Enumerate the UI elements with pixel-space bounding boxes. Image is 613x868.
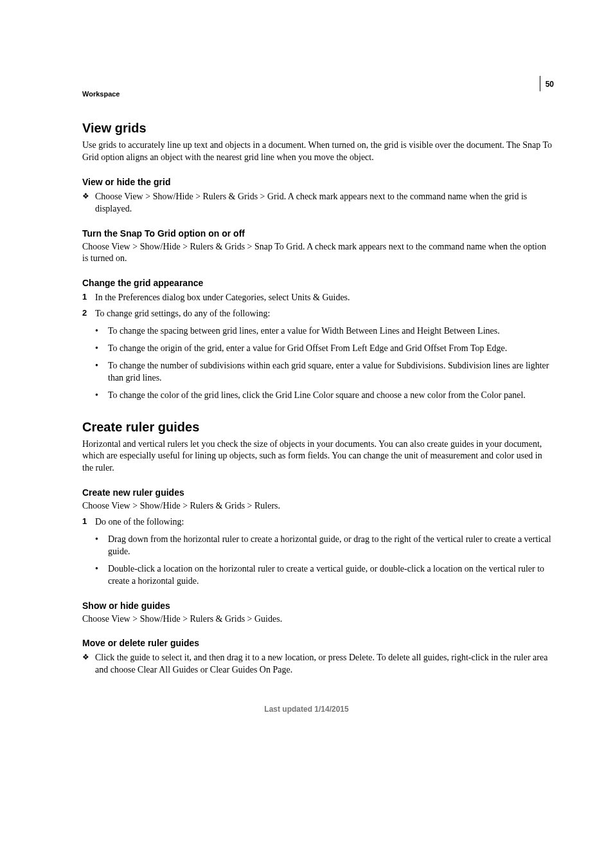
heading-snap-to-grid: Turn the Snap To Grid option on or off bbox=[82, 228, 554, 239]
bullet-icon: • bbox=[95, 325, 108, 338]
create-ruler-bullets: • Drag down from the horizontal ruler to… bbox=[95, 534, 554, 588]
footer-last-updated: Last updated 1/14/2015 bbox=[0, 705, 613, 714]
page-number-wrap: 50 bbox=[540, 76, 554, 91]
step-number: 2 bbox=[82, 308, 95, 320]
breadcrumb: Workspace bbox=[82, 90, 554, 98]
list-item: • To change the spacing between grid lin… bbox=[95, 325, 554, 338]
create-ruler-step1: Do one of the following: bbox=[95, 516, 554, 529]
list-item: • Drag down from the horizontal ruler to… bbox=[95, 534, 554, 558]
step-row: 1 Do one of the following: bbox=[82, 516, 554, 529]
step-number: 1 bbox=[82, 292, 95, 304]
diamond-icon: ❖ bbox=[82, 652, 95, 676]
move-delete-guides-text: Click the guide to select it, and then d… bbox=[95, 652, 554, 676]
step-row: 2 To change grid settings, do any of the… bbox=[82, 308, 554, 320]
bullet-text: To change the number of subdivisions wit… bbox=[108, 360, 554, 384]
bullet-text: Drag down from the horizontal ruler to c… bbox=[108, 534, 554, 558]
create-ruler-guides-text: Choose View > Show/Hide > Rulers & Grids… bbox=[82, 500, 554, 512]
heading-view-hide-grid: View or hide the grid bbox=[82, 177, 554, 187]
page-number: 50 bbox=[546, 80, 554, 89]
list-item: • To change the color of the grid lines,… bbox=[95, 390, 554, 402]
bullet-text: To change the color of the grid lines, c… bbox=[108, 390, 554, 402]
bullet-icon: • bbox=[95, 360, 108, 384]
bullet-icon: • bbox=[95, 390, 108, 402]
bullet-text: To change the origin of the grid, enter … bbox=[108, 343, 554, 355]
change-grid-bullets: • To change the spacing between grid lin… bbox=[95, 325, 554, 401]
heading-view-grids: View grids bbox=[82, 121, 554, 136]
bullet-icon: • bbox=[95, 534, 108, 558]
snap-to-grid-text: Choose View > Show/Hide > Rulers & Grids… bbox=[82, 241, 554, 266]
list-item: • Double-click a location on the horizon… bbox=[95, 563, 554, 588]
intro-ruler-guides: Horizontal and vertical rulers let you c… bbox=[82, 439, 554, 475]
intro-view-grids: Use grids to accurately line up text and… bbox=[82, 140, 554, 164]
bullet-text: Double-click a location on the horizonta… bbox=[108, 563, 554, 588]
heading-move-delete-guides: Move or delete ruler guides bbox=[82, 638, 554, 648]
heading-create-ruler-guides: Create new ruler guides bbox=[82, 487, 554, 498]
bullet-icon: • bbox=[95, 343, 108, 355]
list-item: • To change the origin of the grid, ente… bbox=[95, 343, 554, 355]
list-item: • To change the number of subdivisions w… bbox=[95, 360, 554, 384]
view-hide-grid-text: Choose View > Show/Hide > Rulers & Grids… bbox=[95, 191, 554, 215]
diamond-icon: ❖ bbox=[82, 191, 95, 215]
step-diamond-row: ❖ Choose View > Show/Hide > Rulers & Gri… bbox=[82, 191, 554, 215]
step-diamond-row: ❖ Click the guide to select it, and then… bbox=[82, 652, 554, 676]
heading-change-grid: Change the grid appearance bbox=[82, 278, 554, 288]
page: 50 Workspace View grids Use grids to acc… bbox=[0, 0, 613, 739]
bullet-icon: • bbox=[95, 563, 108, 588]
step-row: 1 In the Preferences dialog box under Ca… bbox=[82, 292, 554, 304]
change-grid-step1: In the Preferences dialog box under Cate… bbox=[95, 292, 554, 304]
step-number: 1 bbox=[82, 516, 95, 529]
heading-ruler-guides: Create ruler guides bbox=[82, 420, 554, 435]
bullet-text: To change the spacing between grid lines… bbox=[108, 325, 554, 338]
change-grid-step2: To change grid settings, do any of the f… bbox=[95, 308, 554, 320]
show-hide-guides-text: Choose View > Show/Hide > Rulers & Grids… bbox=[82, 613, 554, 626]
heading-show-hide-guides: Show or hide guides bbox=[82, 601, 554, 611]
